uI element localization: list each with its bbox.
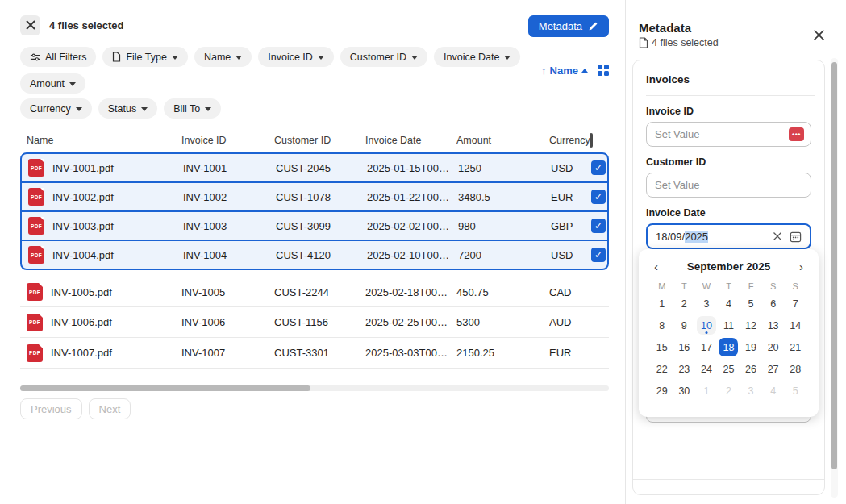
calendar-day[interactable]: 8	[652, 316, 672, 335]
invoice-id-label: Invoice ID	[646, 106, 811, 117]
filter-chip-currency[interactable]: Currency	[20, 98, 92, 119]
calendar-day[interactable]: 25	[719, 360, 738, 378]
metadata-button-label: Metadata	[539, 20, 582, 32]
column-header-invoice-id[interactable]: Invoice ID	[181, 135, 274, 146]
table-row[interactable]: PDFINV-1007.pdfINV-1007CUST-33012025-03-…	[20, 338, 609, 369]
pdf-file-icon: PDF	[28, 246, 44, 264]
panel-scrollbar-thumb[interactable]	[831, 62, 837, 469]
calendar-day[interactable]: 17	[697, 338, 716, 356]
calendar-day[interactable]: 20	[764, 338, 783, 356]
filter-chip-amount[interactable]: Amount	[20, 73, 85, 94]
calendar-day[interactable]: 16	[674, 338, 694, 356]
panel-vertical-scrollbar	[831, 58, 838, 498]
calendar-day[interactable]: 27	[764, 360, 783, 378]
clear-selection-button[interactable]	[20, 15, 40, 35]
filter-chip-bill-to[interactable]: Bill To	[164, 98, 221, 119]
row-checkbox-checked[interactable]: ✓	[591, 160, 606, 175]
cell-customer-id: CUST-1078	[276, 191, 367, 203]
filter-chip-file-type[interactable]: File Type	[102, 47, 188, 67]
invoice-id-input[interactable]	[655, 128, 802, 140]
cell-invoice-id: INV-1002	[183, 191, 276, 203]
calendar-day[interactable]: 29	[652, 381, 672, 400]
calendar-day[interactable]: 11	[719, 316, 738, 335]
calendar-day[interactable]: 3	[697, 294, 716, 313]
calendar-day[interactable]: 15	[652, 338, 672, 356]
calendar-weekday-label: S	[762, 281, 785, 291]
previous-page-button[interactable]: Previous	[20, 398, 82, 419]
chevron-down-icon	[318, 56, 324, 60]
app-root: 4 files selected Metadata All FiltersFil…	[0, 0, 846, 504]
calendar-day[interactable]: 2	[674, 294, 694, 313]
calendar-day[interactable]: 22	[652, 360, 672, 378]
table-row[interactable]: PDFINV-1006.pdfINV-1006CUST-11562025-02-…	[20, 307, 609, 338]
calendar-day[interactable]: 5	[741, 294, 761, 313]
column-header-currency[interactable]: Currency	[549, 135, 590, 146]
filter-chip-invoice-id[interactable]: Invoice ID	[258, 47, 334, 67]
column-header-customer-id[interactable]: Customer ID	[274, 135, 365, 146]
calendar-day[interactable]: 19	[741, 338, 761, 356]
filter-chip-invoice-date[interactable]: Invoice Date	[434, 47, 520, 67]
horizontal-scrollbar-thumb[interactable]	[20, 385, 310, 391]
calendar-day[interactable]: 7	[786, 294, 805, 313]
pdf-file-icon: PDF	[27, 344, 43, 362]
table-row[interactable]: PDFINV-1003.pdfINV-1003CUST-30992025-02-…	[20, 210, 609, 241]
calendar-day[interactable]: 28	[786, 360, 805, 378]
calendar-icon[interactable]	[790, 231, 802, 243]
table-row[interactable]: PDFINV-1001.pdfINV-1001CUST-20452025-01-…	[20, 152, 609, 183]
panel-subtitle: 4 files selected	[639, 37, 833, 48]
table-row[interactable]: PDFINV-1002.pdfINV-1002CUST-10782025-01-…	[20, 181, 609, 212]
cell-invoice-id: INV-1003	[183, 220, 276, 232]
clear-date-button[interactable]	[773, 231, 782, 241]
filter-chip-customer-id[interactable]: Customer ID	[340, 47, 427, 67]
calendar-day[interactable]: 3	[741, 381, 761, 400]
calendar-month-label: September 2025	[687, 260, 771, 273]
filter-chip-label: Currency	[30, 103, 71, 115]
column-header-amount[interactable]: Amount	[456, 135, 549, 146]
cell-invoice-id: INV-1001	[183, 162, 276, 174]
select-all-checkbox[interactable]	[590, 133, 593, 148]
multiple-values-badge[interactable]: •••	[789, 127, 804, 141]
grid-view-toggle[interactable]	[598, 65, 609, 76]
metadata-button[interactable]: Metadata	[528, 15, 609, 37]
calendar-day[interactable]: 30	[674, 381, 694, 400]
row-checkbox-checked[interactable]: ✓	[591, 190, 606, 204]
calendar-day[interactable]: 12	[741, 316, 761, 335]
customer-id-input[interactable]	[655, 179, 802, 191]
calendar-day[interactable]: 21	[786, 338, 805, 356]
calendar-day[interactable]: 5	[786, 381, 805, 400]
column-header-name[interactable]: Name	[27, 135, 181, 146]
calendar-day[interactable]: 1	[697, 381, 716, 400]
table-row[interactable]: PDFINV-1004.pdfINV-1004CUST-41202025-02-…	[20, 240, 609, 270]
cell-amount: 450.75	[456, 286, 549, 298]
calendar-day[interactable]: 2	[719, 381, 738, 400]
next-page-button[interactable]: Next	[89, 398, 131, 419]
filter-chip-status[interactable]: Status	[98, 98, 157, 119]
chevron-down-icon	[141, 107, 148, 111]
calendar-next-month-button[interactable]: ›	[796, 260, 806, 273]
edit-pencil-icon	[588, 21, 598, 31]
calendar-prev-month-button[interactable]: ‹	[651, 260, 661, 273]
calendar-day[interactable]: 6	[764, 294, 783, 313]
calendar-day-selected[interactable]: 18	[719, 338, 738, 356]
filter-row-1: All FiltersFile TypeNameInvoice IDCustom…	[20, 47, 532, 94]
filter-chip-all-filters[interactable]: All Filters	[20, 47, 96, 67]
calendar-day-today[interactable]: 10	[697, 316, 716, 335]
calendar-day[interactable]: 4	[764, 381, 783, 400]
calendar-day[interactable]: 23	[674, 360, 694, 378]
row-checkbox-checked[interactable]: ✓	[591, 248, 606, 262]
invoice-date-input[interactable]: 18/09/2025	[646, 223, 811, 249]
sort-by-name-button[interactable]: ↑ Name	[541, 65, 588, 77]
calendar-day[interactable]: 1	[652, 294, 672, 313]
calendar-day[interactable]: 9	[674, 316, 694, 335]
calendar-day[interactable]: 13	[764, 316, 783, 335]
calendar-day[interactable]: 14	[786, 316, 805, 335]
table-row[interactable]: PDFINV-1005.pdfINV-1005CUST-22442025-02-…	[20, 277, 609, 307]
column-header-invoice-date[interactable]: Invoice Date	[365, 135, 456, 146]
calendar-day[interactable]: 24	[697, 360, 716, 378]
calendar-day[interactable]: 26	[741, 360, 761, 378]
calendar-day[interactable]: 4	[719, 294, 738, 313]
panel-close-button[interactable]	[813, 29, 825, 41]
filter-chip-name[interactable]: Name	[194, 47, 252, 67]
sort-direction-icon: ↑	[541, 65, 547, 77]
row-checkbox-checked[interactable]: ✓	[591, 219, 606, 233]
